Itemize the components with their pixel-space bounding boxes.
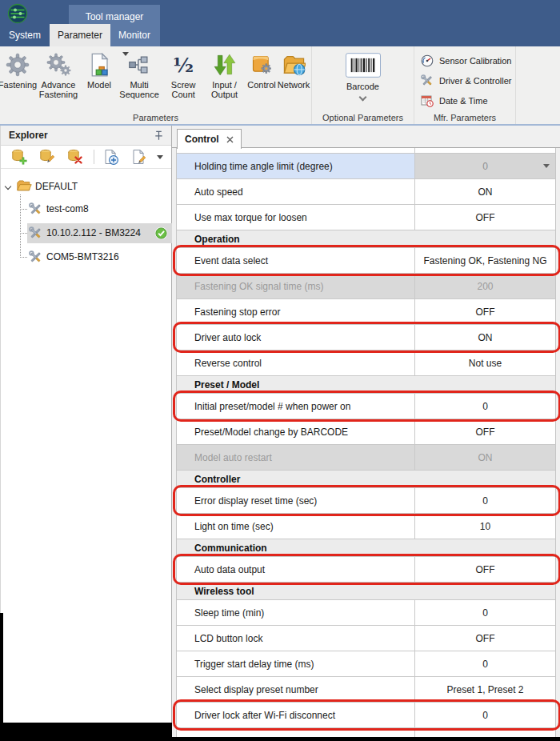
param-value[interactable]: Not use — [415, 350, 555, 375]
param-value[interactable]: 10 — [415, 514, 555, 539]
desktop-background — [0, 613, 3, 741]
tree-children: test-com8 10.10.2.112 - BM3224 COM5-BMT3… — [1, 197, 171, 269]
param-value[interactable]: Fastening OK, Fastening NG — [415, 248, 555, 273]
ribbon-group-label: Optional Parameters — [312, 113, 414, 122]
section-row-controller: Controller — [177, 471, 555, 488]
menu-tab-monitor[interactable]: Monitor — [110, 24, 158, 46]
param-row-preset-change-barcode[interactable]: Preset/Model change by BARCODE OFF — [177, 419, 555, 445]
expand-chevron-icon[interactable] — [5, 183, 11, 190]
param-row-sleep-time[interactable]: Sleep time (min) 0 — [177, 600, 555, 626]
more-dropdown-icon[interactable] — [157, 155, 163, 159]
param-label: Auto data output — [177, 557, 415, 582]
param-value[interactable]: OFF — [415, 557, 555, 582]
param-label: Fastening OK signal time (ms) — [177, 274, 415, 298]
param-value[interactable]: ON — [415, 325, 555, 350]
ribbon-button-fastening[interactable]: Fastening — [2, 50, 34, 90]
param-row-driver-auto-lock[interactable]: Driver auto lock ON — [177, 325, 555, 350]
param-row-initial-preset[interactable]: Initial preset/model # when power on 0 — [177, 394, 555, 419]
param-label: Use max torque for loosen — [177, 205, 415, 230]
tree-item-label: COM5-BMT3216 — [46, 251, 119, 262]
menu-tab-parameter[interactable]: Parameter — [50, 24, 110, 46]
menu-tab-system[interactable]: System — [0, 24, 50, 46]
param-value[interactable]: 0 — [415, 600, 555, 625]
param-row-lcd-button-lock[interactable]: LCD button lock OFF — [177, 626, 555, 651]
ribbon-button-date-time[interactable]: Date & Time — [414, 90, 515, 110]
param-row-model-auto-restart[interactable]: Model auto restart ON — [177, 445, 555, 471]
ribbon-button-screw-count[interactable]: ½ Screw Count — [163, 50, 203, 100]
input-output-arrows-icon — [214, 54, 236, 76]
tool-device-icon — [29, 202, 42, 216]
param-row-trigger-start-delay[interactable]: Trigger start delay time (ms) 0 — [177, 651, 555, 677]
section-label: Operation — [177, 230, 240, 247]
database-add-button[interactable] — [9, 148, 29, 166]
model-document-icon — [87, 53, 111, 77]
ribbon-button-label: Screw Count — [163, 80, 203, 100]
tree-item-test-com8[interactable]: test-com8 — [1, 197, 171, 221]
ribbon-button-input-output[interactable]: Input / Output — [203, 50, 246, 100]
param-value[interactable]: 0 — [415, 394, 555, 419]
open-folder-icon — [17, 180, 32, 193]
item-edit-button[interactable] — [129, 148, 149, 166]
param-value[interactable]: OFF — [415, 626, 555, 651]
param-value[interactable]: 0 — [415, 703, 555, 727]
database-edit-icon — [39, 149, 55, 165]
param-row-select-display-preset[interactable]: Select display preset number Preset 1, P… — [177, 677, 555, 703]
param-value[interactable]: OFF — [415, 205, 555, 230]
param-value[interactable]: ON — [415, 179, 555, 204]
gear-icon — [6, 53, 30, 77]
param-row-fastening-ok-signal[interactable]: Fastening OK signal time (ms) 200 — [177, 274, 555, 299]
param-value[interactable]: 0 — [415, 651, 555, 676]
ribbon-button-sensor-calibration[interactable]: Sensor Calibration — [414, 50, 515, 70]
param-label: Driver lock after Wi-Fi disconnect — [177, 703, 415, 727]
ribbon-button-control[interactable]: Control — [246, 50, 278, 90]
tree-root-default[interactable]: DEFAULT — [1, 176, 171, 197]
app-window: Tool manager System Parameter Monitor Fa… — [0, 0, 560, 741]
ribbon-button-label: Fastening — [0, 80, 37, 90]
param-row-reverse-control[interactable]: Reverse control Not use — [177, 350, 555, 376]
tab-control[interactable]: Control — [177, 129, 242, 149]
ribbon-group-optional-parameters: Barcode Optional Parameters — [312, 46, 414, 124]
ribbon-group-mfr-parameters: Sensor Calibration Driver & Controller D… — [414, 46, 516, 124]
ribbon-group-label: Parameters — [0, 113, 311, 122]
tools-icon — [421, 74, 434, 87]
item-add-button[interactable] — [101, 148, 121, 166]
tree-item-bm3224[interactable]: 10.10.2.112 - BM3224 — [1, 221, 171, 245]
param-row-error-display-reset[interactable]: Error display reset time (sec) 0 — [177, 488, 555, 514]
sequence-tree-icon — [128, 54, 150, 76]
param-value[interactable]: OFF — [415, 299, 555, 324]
section-row-preset-model: Preset / Model — [177, 376, 555, 394]
ribbon-button-model[interactable]: Model — [83, 50, 115, 90]
param-row-light-on-time[interactable]: Light on time (sec) 10 — [177, 514, 555, 539]
ribbon-button-network[interactable]: Network — [278, 50, 310, 90]
explorer-title: Explorer — [7, 130, 153, 141]
ribbon-button-barcode[interactable]: Barcode — [312, 46, 414, 100]
tree-item-com5-bmt3216[interactable]: COM5-BMT3216 — [1, 245, 171, 269]
param-row-holding-time[interactable]: Holding time angle limit (degree) 0 — [177, 154, 555, 179]
partial-row — [177, 728, 555, 737]
ribbon-button-multi-sequence[interactable]: Multi Sequence — [115, 50, 163, 100]
database-edit-button[interactable] — [37, 148, 57, 166]
dropdown-caret-icon — [359, 94, 367, 102]
param-value: 200 — [415, 274, 555, 298]
ribbon-button-advance-fastening[interactable]: Advance Fastening — [34, 50, 83, 100]
param-row-max-torque-loosen[interactable]: Use max torque for loosen OFF — [177, 205, 555, 230]
param-row-auto-data-output[interactable]: Auto data output OFF — [177, 557, 555, 583]
pin-icon[interactable] — [153, 130, 165, 142]
param-row-fastening-stop-error[interactable]: Fastening stop error OFF — [177, 299, 555, 325]
dropdown-caret-icon[interactable] — [543, 164, 550, 168]
document-tabstrip: Control — [172, 126, 560, 148]
param-value[interactable]: OFF — [415, 419, 555, 444]
param-row-driver-lock-wifi[interactable]: Driver lock after Wi-Fi disconnect 0 — [177, 703, 555, 728]
document-area: Control Holding time angle limit (degree… — [172, 126, 560, 737]
item-add-icon — [102, 149, 118, 165]
database-delete-button[interactable] — [65, 148, 85, 166]
parameter-table: Holding time angle limit (degree) 0 Auto… — [176, 148, 556, 737]
param-value[interactable]: 0 — [415, 488, 555, 513]
param-row-auto-speed[interactable]: Auto speed ON — [177, 179, 555, 205]
ribbon-button-driver-controller[interactable]: Driver & Controller — [414, 70, 515, 90]
param-row-event-data-select[interactable]: Event data select Fastening OK, Fastenin… — [177, 248, 555, 274]
param-value[interactable]: Preset 1, Preset 2 — [415, 677, 555, 702]
param-value[interactable]: 0 — [415, 154, 555, 178]
tool-manager-logo-icon — [7, 3, 28, 24]
close-icon[interactable] — [226, 136, 234, 143]
